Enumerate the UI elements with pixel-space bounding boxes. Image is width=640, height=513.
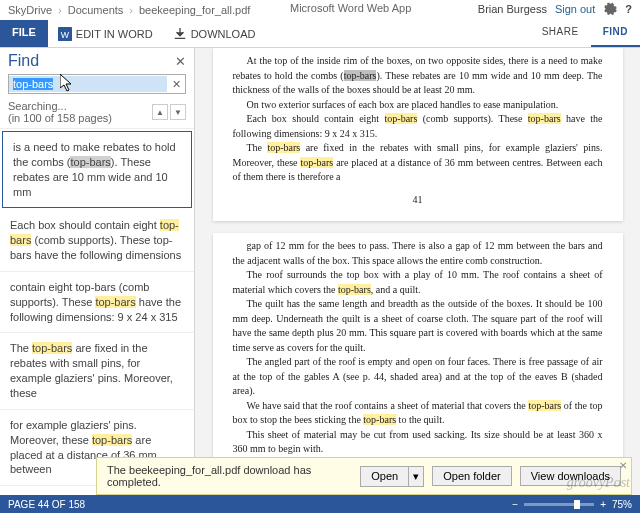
- word-icon: W: [58, 27, 72, 41]
- find-result[interactable]: Each box should contain eight top-bars (…: [0, 210, 194, 272]
- chevron-right-icon: ›: [58, 4, 62, 16]
- find-count: (in 100 of 158 pages): [8, 112, 112, 124]
- tab-strip: SHARE FIND: [518, 20, 640, 47]
- find-input-row: ✕: [8, 74, 186, 94]
- toolbar: FILE W EDIT IN WORD DOWNLOAD SHARE FIND: [0, 20, 640, 48]
- find-searching: Searching...: [8, 100, 112, 112]
- find-title: Find: [8, 52, 39, 70]
- find-input[interactable]: [9, 76, 167, 92]
- find-result[interactable]: is a need to make rebates to hold the co…: [2, 131, 192, 208]
- close-icon[interactable]: ✕: [619, 460, 627, 471]
- tab-find[interactable]: FIND: [591, 20, 640, 47]
- find-result[interactable]: contain eight top-bars (comb supports). …: [0, 272, 194, 334]
- download-label: DOWNLOAD: [191, 28, 256, 40]
- find-nav: ▲ ▼: [152, 104, 186, 120]
- open-dropdown[interactable]: ▾: [409, 466, 424, 487]
- breadcrumb-root[interactable]: SkyDrive: [8, 4, 52, 16]
- find-result[interactable]: The top-bars are fixed in the rebates wi…: [0, 333, 194, 409]
- highlight-selected: top-bars: [344, 70, 377, 81]
- statusbar: PAGE 44 OF 158 − + 75%: [0, 495, 640, 513]
- zoom-out-button[interactable]: −: [512, 499, 518, 510]
- open-folder-button[interactable]: Open folder: [432, 466, 511, 486]
- edit-in-word-label: EDIT IN WORD: [76, 28, 153, 40]
- zoom-in-button[interactable]: +: [600, 499, 606, 510]
- svg-text:W: W: [61, 29, 70, 39]
- find-pane: Find ✕ ✕ Searching... (in 100 of 158 pag…: [0, 48, 195, 495]
- breadcrumb-folder[interactable]: Documents: [68, 4, 124, 16]
- document-view[interactable]: At the top of the inside rim of the boxe…: [195, 48, 640, 495]
- edit-in-word-button[interactable]: W EDIT IN WORD: [48, 20, 163, 47]
- page-number: 41: [233, 193, 603, 208]
- next-result-button[interactable]: ▼: [170, 104, 186, 120]
- user-name: Brian Burgess: [478, 3, 547, 15]
- zoom-level: 75%: [612, 499, 632, 510]
- zoom-slider[interactable]: [524, 503, 594, 506]
- view-downloads-button[interactable]: View downloads: [520, 466, 621, 486]
- prev-result-button[interactable]: ▲: [152, 104, 168, 120]
- find-results: is a need to make rebates to hold the co…: [0, 128, 194, 495]
- download-message: The beekeeping_for_all.pdf download has …: [107, 464, 352, 488]
- download-button[interactable]: DOWNLOAD: [163, 20, 266, 47]
- sign-out-link[interactable]: Sign out: [555, 3, 595, 15]
- app-title: Microsoft Word Web App: [290, 2, 411, 14]
- document-page: At the top of the inside rim of the boxe…: [213, 48, 623, 221]
- close-icon[interactable]: ✕: [175, 54, 186, 69]
- download-notification: ✕ The beekeeping_for_all.pdf download ha…: [96, 457, 632, 495]
- chevron-right-icon: ›: [129, 4, 133, 16]
- user-area: Brian Burgess Sign out ?: [478, 2, 632, 16]
- tab-share[interactable]: SHARE: [530, 20, 591, 47]
- clear-search-icon[interactable]: ✕: [167, 78, 185, 91]
- open-button[interactable]: Open: [360, 466, 409, 487]
- file-tab[interactable]: FILE: [0, 20, 48, 47]
- zoom-controls: − + 75%: [512, 499, 632, 510]
- page-status: PAGE 44 OF 158: [8, 499, 85, 510]
- help-icon[interactable]: ?: [625, 3, 632, 15]
- document-page: gap of 12 mm for the bees to pass. There…: [213, 233, 623, 495]
- breadcrumb-file[interactable]: beekeeping_for_all.pdf: [139, 4, 250, 16]
- download-icon: [173, 27, 187, 41]
- gear-icon[interactable]: [603, 2, 617, 16]
